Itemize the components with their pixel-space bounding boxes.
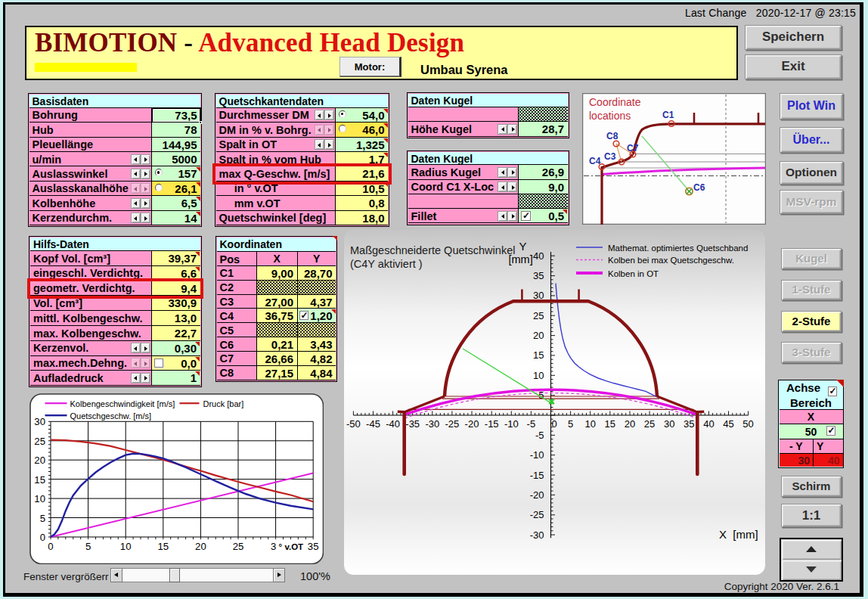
svg-text:45: 45 — [723, 418, 733, 430]
svg-text:-15: -15 — [530, 470, 544, 481]
svg-text:Kolben bei max Quetschgeschw.: Kolben bei max Quetschgeschw. — [608, 256, 734, 265]
svg-text:C7: C7 — [627, 143, 639, 154]
svg-text:20: 20 — [533, 330, 544, 341]
svg-text:Mathemat. optimiertes Quetschb: Mathemat. optimiertes Quetschband — [608, 244, 748, 253]
svg-text:C6: C6 — [693, 182, 705, 193]
svg-text:C4: C4 — [589, 156, 601, 166]
svg-text:35: 35 — [684, 418, 694, 430]
svg-text:20: 20 — [195, 541, 206, 552]
svg-text:Coordinate: Coordinate — [589, 96, 641, 108]
svg-text:0: 0 — [39, 532, 45, 543]
svg-text:-30: -30 — [530, 529, 544, 541]
svg-text:Quetschgeschw. [m/s]: Quetschgeschw. [m/s] — [70, 411, 151, 421]
svg-text:-20: -20 — [530, 489, 544, 501]
svg-text:15: 15 — [34, 473, 45, 485]
svg-text:25: 25 — [232, 541, 243, 552]
svg-text:-5: -5 — [535, 430, 544, 441]
svg-text:X [mm]: X [mm] — [719, 528, 758, 541]
svg-text:5: 5 — [39, 512, 45, 523]
svg-text:-15: -15 — [485, 418, 499, 430]
svg-text:10: 10 — [119, 541, 131, 552]
svg-text:10: 10 — [533, 370, 544, 381]
svg-text:30: 30 — [34, 416, 45, 427]
svg-text:Kolben in OT: Kolben in OT — [608, 269, 659, 278]
svg-text:5: 5 — [568, 418, 573, 430]
svg-text:10: 10 — [584, 418, 595, 430]
svg-text:° v.OT: ° v.OT — [278, 542, 303, 551]
svg-text:-10: -10 — [530, 449, 544, 461]
svg-text:C3: C3 — [604, 151, 616, 162]
svg-text:-40: -40 — [386, 418, 400, 430]
svg-text:Kolbengeschwindigkeit [m/s]: Kolbengeschwindigkeit [m/s] — [70, 399, 175, 408]
svg-text:C1: C1 — [662, 110, 674, 120]
svg-text:35: 35 — [533, 270, 544, 281]
svg-text:40: 40 — [703, 418, 714, 430]
svg-text:-10: -10 — [504, 418, 519, 430]
svg-text:locations: locations — [589, 110, 631, 122]
svg-text:40: 40 — [533, 250, 544, 262]
svg-text:30: 30 — [664, 418, 674, 430]
svg-text:15: 15 — [605, 418, 615, 430]
svg-text:-30: -30 — [425, 418, 439, 430]
svg-text:15: 15 — [533, 349, 544, 361]
svg-text:35: 35 — [307, 541, 318, 552]
svg-text:0: 0 — [48, 541, 53, 552]
svg-text:Maßgeschneiderte Quetschwinkel: Maßgeschneiderte Quetschwinkel — [350, 244, 515, 256]
svg-text:25: 25 — [644, 418, 655, 430]
svg-text:-20: -20 — [465, 418, 479, 430]
svg-text:20: 20 — [625, 418, 635, 430]
svg-text:Druck [bar]: Druck [bar] — [203, 399, 243, 408]
svg-text:20: 20 — [34, 455, 45, 466]
svg-text:(C4Y aktiviert ): (C4Y aktiviert ) — [350, 258, 423, 270]
svg-text:-50: -50 — [346, 418, 361, 430]
svg-text:-35: -35 — [405, 418, 420, 430]
svg-text:-5: -5 — [527, 418, 536, 430]
svg-text:3: 3 — [270, 541, 275, 552]
svg-text:C8: C8 — [606, 131, 618, 141]
svg-text:0: 0 — [551, 418, 556, 430]
svg-text:10: 10 — [34, 493, 45, 504]
svg-text:-25: -25 — [530, 509, 544, 520]
svg-text:50: 50 — [742, 418, 753, 430]
svg-text:-45: -45 — [366, 418, 380, 430]
svg-text:Y: Y — [519, 240, 527, 253]
svg-text:25: 25 — [533, 310, 544, 321]
svg-text:5: 5 — [85, 541, 90, 552]
svg-text:15: 15 — [157, 541, 169, 552]
svg-text:25: 25 — [34, 435, 45, 446]
svg-text:-25: -25 — [445, 418, 460, 430]
